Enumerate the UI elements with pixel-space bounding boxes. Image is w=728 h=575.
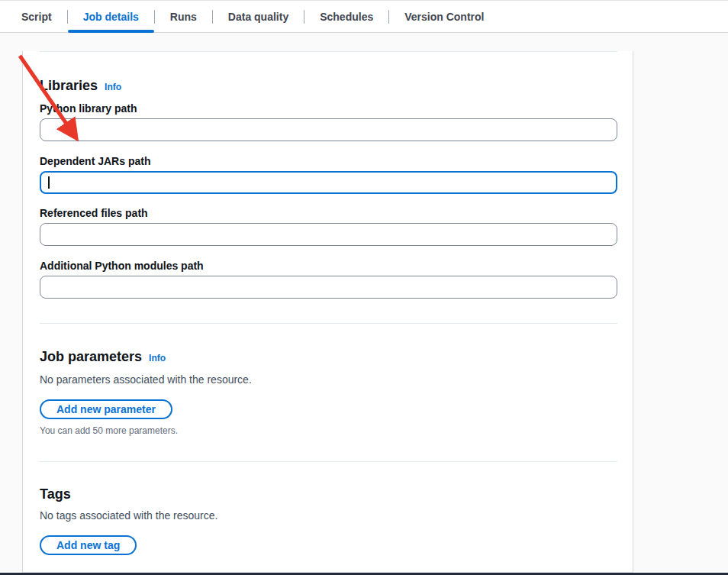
tab-job-details[interactable]: Job details	[68, 1, 154, 32]
tab-runs[interactable]: Runs	[155, 1, 212, 32]
tab-schedules[interactable]: Schedules	[304, 1, 388, 32]
tags-section: Tags No tags associated with the resourc…	[40, 486, 617, 555]
tags-heading: Tags	[40, 486, 617, 503]
main-area: Libraries Info Python library path Depen…	[0, 33, 728, 573]
section-divider	[40, 51, 617, 52]
add-new-tag-button[interactable]: Add new tag	[40, 535, 137, 555]
tab-script[interactable]: Script	[6, 1, 67, 32]
referenced-files-path-input[interactable]	[40, 223, 617, 246]
section-divider	[40, 323, 617, 324]
libraries-title: Libraries	[40, 77, 98, 95]
page: Script Job details Runs Data quality Sch…	[0, 0, 728, 575]
libraries-info-link[interactable]: Info	[105, 79, 121, 96]
job-parameters-title: Job parameters	[40, 348, 142, 366]
tags-title: Tags	[40, 486, 71, 503]
tab-version-control[interactable]: Version Control	[389, 1, 499, 32]
job-parameters-empty-text: No parameters associated with the resour…	[40, 373, 617, 386]
tags-empty-text: No tags associated with the resource.	[40, 509, 617, 522]
job-parameters-hint-text: You can add 50 more parameters.	[40, 425, 617, 437]
tab-bar: Script Job details Runs Data quality Sch…	[0, 0, 728, 33]
tab-data-quality[interactable]: Data quality	[213, 1, 304, 32]
libraries-section: Libraries Info Python library path Depen…	[40, 77, 617, 299]
job-details-panel: Libraries Info Python library path Depen…	[22, 51, 633, 573]
add-new-parameter-button[interactable]: Add new parameter	[40, 399, 172, 419]
additional-python-modules-path-input[interactable]	[40, 276, 617, 299]
additional-python-modules-path-label: Additional Python modules path	[40, 259, 617, 273]
job-parameters-info-link[interactable]: Info	[149, 350, 166, 367]
dependent-jars-path-input[interactable]	[40, 171, 617, 194]
dependent-jars-path-label: Dependent JARs path	[40, 154, 617, 168]
text-caret	[48, 176, 50, 189]
python-library-path-input[interactable]	[40, 118, 617, 141]
job-parameters-section: Job parameters Info No parameters associ…	[40, 348, 617, 437]
section-divider	[40, 461, 617, 462]
referenced-files-path-label: Referenced files path	[40, 206, 617, 220]
job-parameters-heading: Job parameters Info	[40, 348, 617, 367]
libraries-heading: Libraries Info	[40, 77, 617, 96]
python-library-path-label: Python library path	[40, 102, 617, 115]
